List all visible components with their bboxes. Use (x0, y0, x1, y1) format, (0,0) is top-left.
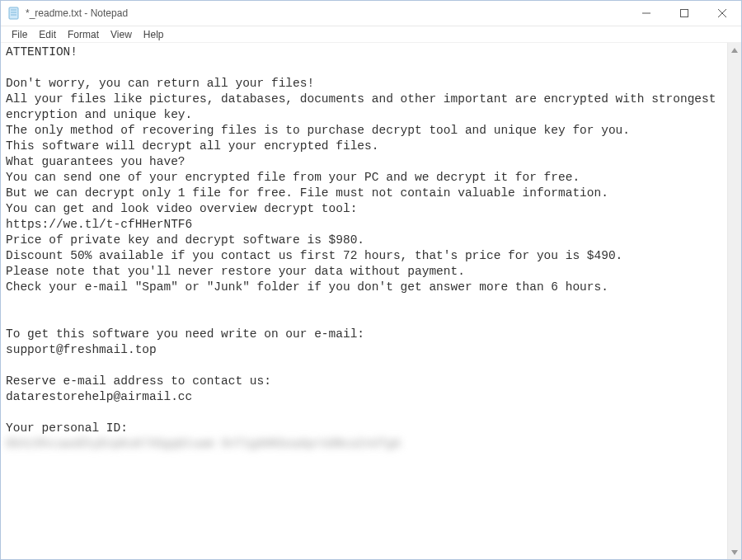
svg-rect-5 (681, 10, 688, 17)
text-line: Discount 50% available if you contact us… (6, 249, 622, 262)
menu-help[interactable]: Help (138, 27, 170, 42)
close-button[interactable] (703, 1, 741, 26)
personal-id-blurred: 0bXz9hcuwoEhyEnpKuK7XGgqGtuwm 9nT1gAHKbo… (6, 437, 401, 450)
titlebar[interactable]: *_readme.txt - Notepad (1, 1, 741, 26)
menu-edit[interactable]: Edit (33, 27, 62, 42)
text-line: You can get and look video overview decr… (6, 202, 357, 215)
scroll-track[interactable] (728, 57, 741, 545)
text-line: To get this software you need write on o… (6, 327, 364, 341)
text-line: But we can decrypt only 1 file for free.… (6, 186, 608, 200)
menu-file[interactable]: File (6, 27, 33, 42)
minimize-button[interactable] (627, 1, 665, 26)
text-line: This software will decrypt all your encr… (6, 139, 378, 153)
text-line: Price of private key and decrypt softwar… (6, 233, 364, 247)
text-line: Reserve e-mail address to contact us: (6, 374, 271, 388)
text-line: Check your e-mail "Spam" or "Junk" folde… (6, 280, 608, 294)
text-line: The only method of recovering files is t… (6, 124, 630, 137)
scroll-down-icon[interactable] (728, 545, 741, 559)
scroll-up-icon[interactable] (728, 43, 741, 57)
menu-view[interactable]: View (105, 27, 138, 42)
text-line: ATTENTION! (6, 45, 77, 59)
maximize-button[interactable] (665, 1, 703, 26)
text-line: Don't worry, you can return all your fil… (6, 77, 314, 90)
text-line: Please note that you'll never restore yo… (6, 265, 465, 278)
content-wrap: ATTENTION! Don't worry, you can return a… (1, 43, 741, 559)
text-line: You can send one of your encrypted file … (6, 171, 580, 184)
menu-format[interactable]: Format (62, 27, 105, 42)
text-line: datarestorehelp@airmail.cc (6, 390, 192, 403)
notepad-window: *_readme.txt - Notepad File Edit Format … (0, 0, 742, 560)
window-controls (627, 1, 741, 26)
text-area[interactable]: ATTENTION! Don't worry, you can return a… (1, 43, 727, 559)
window-title: *_readme.txt - Notepad (26, 7, 627, 19)
menubar: File Edit Format View Help (1, 26, 741, 43)
svg-rect-0 (9, 7, 18, 19)
notepad-icon (7, 7, 21, 20)
text-line: All your files like pictures, databases,… (6, 92, 723, 121)
vertical-scrollbar[interactable] (727, 43, 741, 559)
text-line: support@freshmail.top (6, 343, 157, 356)
text-line: https://we.tl/t-cfHHerNTF6 (6, 218, 192, 231)
text-line: What guarantees you have? (6, 155, 186, 168)
text-line: Your personal ID: (6, 421, 128, 435)
